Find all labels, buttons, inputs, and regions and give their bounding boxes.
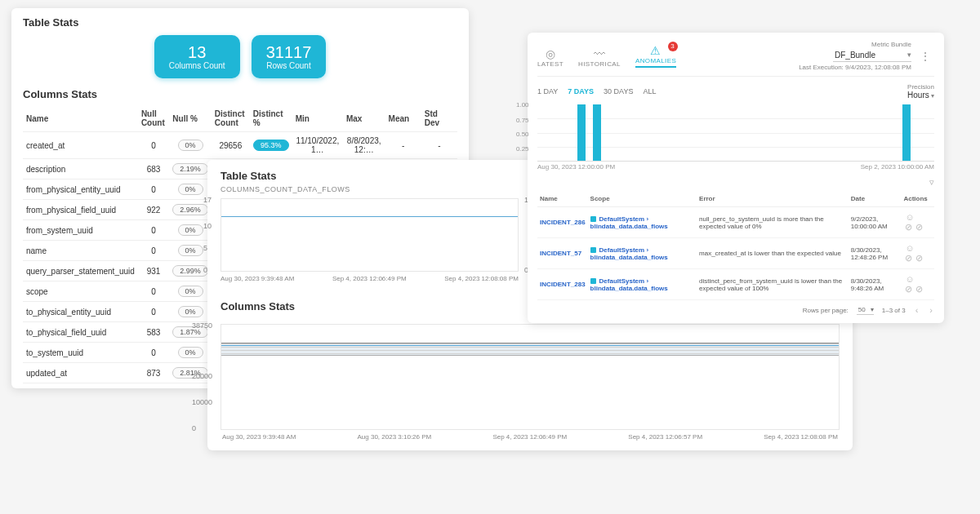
cell: updated_at (23, 363, 138, 383)
dismiss-icon[interactable]: ⊘ (903, 284, 914, 294)
ytick: 0 (192, 424, 196, 432)
dismiss-icon[interactable]: ⊘ (903, 253, 914, 263)
anomalies-icon: ⚠3 (635, 45, 676, 56)
incident-link[interactable]: INCIDENT_283 (540, 281, 586, 288)
date-text: 9/2/2023, 10:00:00 AM (849, 207, 902, 238)
col-header[interactable]: Null % (169, 105, 212, 132)
cell: 583 (138, 322, 169, 343)
col-header[interactable]: Std Dev (421, 105, 457, 132)
tab-label: HISTORICAL (578, 60, 621, 68)
col-header[interactable]: Name (537, 191, 588, 207)
ack-icon[interactable]: ☺ (903, 274, 915, 284)
xtick: Sep 4, 2023 12:08:08 PM (444, 275, 519, 282)
col-header[interactable]: Mean (385, 105, 421, 132)
scope-icon (590, 278, 596, 284)
rows-per-page-select[interactable]: 50 (857, 306, 874, 315)
ack-icon[interactable]: ☺ (903, 212, 915, 222)
col-header[interactable]: Actions (901, 191, 934, 207)
columns-stats-title: Columns Stats (23, 88, 457, 100)
block-icon[interactable]: ⊘ (914, 222, 924, 232)
percent-badge: 2.96% (172, 204, 208, 215)
precision-value: Hours (907, 91, 929, 100)
filter-icon[interactable]: ▿ (537, 177, 934, 188)
time-filter-30days[interactable]: 30 DAYS (604, 87, 633, 95)
prev-page-icon[interactable]: ‹ (914, 305, 920, 315)
precision-label: Precision (907, 83, 934, 91)
bar (593, 104, 601, 161)
metric-bundle-select[interactable]: DF_Bundle (833, 50, 911, 62)
incident-link[interactable]: INCIDENT_286 (540, 219, 586, 226)
cell: description (23, 159, 138, 179)
time-filter-all[interactable]: ALL (643, 87, 656, 95)
cell: to_physical_field_uuid (23, 322, 138, 343)
cell: 922 (138, 200, 169, 220)
ack-icon[interactable]: ☺ (903, 243, 915, 253)
scope-icon (590, 247, 596, 253)
cell: 2.19% (169, 159, 212, 179)
tab-label: LATEST (537, 60, 564, 68)
table-row[interactable]: INCIDENT_57DefaultSystem › blindata_data… (537, 238, 934, 269)
cell: 683 (138, 159, 169, 179)
ytick: 0.50 (516, 131, 529, 138)
tab-historical[interactable]: 〰HISTORICAL (578, 48, 621, 68)
block-icon[interactable]: ⊘ (914, 253, 924, 263)
precision-select[interactable]: Precision Hours ▾ (907, 83, 934, 100)
xtick: Sep 2, 2023 10:00:00 AM (861, 163, 934, 171)
ytick: 0.75 (516, 117, 529, 124)
percent-badge: 0% (178, 224, 203, 236)
ytick: 0 (203, 266, 207, 274)
ytick: 17 (203, 196, 212, 204)
col-header[interactable]: Distinct % (250, 105, 292, 132)
cell: 95.3% (250, 132, 292, 159)
cell: from_physical_entity_uuid (23, 179, 138, 200)
scope-icon (590, 216, 596, 222)
xtick: Aug 30, 2023 3:10:26 PM (357, 433, 431, 441)
xtick: Sep 4, 2023 12:06:49 PM (492, 433, 567, 441)
ytick: 5 (203, 244, 207, 252)
table-row[interactable]: INCIDENT_283DefaultSystem › blindata_dat… (537, 269, 934, 300)
time-filter-7days[interactable]: 7 DAYS (568, 87, 594, 95)
tab-anomalies[interactable]: ⚠3ANOMALIES (635, 45, 676, 68)
col-header[interactable]: Null Count (138, 105, 169, 132)
cell: to_system_uuid (23, 343, 138, 363)
tab-latest[interactable]: ◎LATEST (537, 48, 564, 68)
col-header[interactable]: Max (343, 105, 385, 132)
table-row[interactable]: INCIDENT_286DefaultSystem › blindata_dat… (537, 207, 934, 238)
col-header[interactable]: Date (849, 191, 902, 207)
rows-per-page-label: Rows per page: (803, 307, 849, 314)
series-line (221, 216, 518, 217)
ytick: 10000 (192, 398, 212, 406)
cell: from_physical_field_uuid (23, 200, 138, 220)
incident-link[interactable]: INCIDENT_57 (540, 250, 581, 257)
cell: 0 (138, 241, 169, 261)
cell: 0% (169, 281, 212, 302)
cell: 0 (138, 220, 169, 241)
col-header[interactable]: Distinct Count (212, 105, 250, 132)
col-header[interactable]: Error (697, 191, 849, 207)
scope-link[interactable]: DefaultSystem › blindata_data.data_flows (590, 246, 668, 261)
anomalies-panel: ◎LATEST〰HISTORICAL⚠3ANOMALIES Metric Bun… (528, 33, 944, 323)
mini-left-xlabels: Aug 30, 2023 9:39:48 AM Sep 4, 2023 12:0… (220, 275, 519, 282)
table-pager: Rows per page: 50 1–3 of 3 ‹ › (537, 305, 934, 315)
block-icon[interactable]: ⊘ (914, 284, 924, 294)
next-page-icon[interactable]: › (928, 305, 934, 315)
col-header[interactable]: Min (292, 105, 343, 132)
cell: 873 (138, 363, 169, 383)
cell: from_system_uuid (23, 220, 138, 241)
dismiss-icon[interactable]: ⊘ (903, 222, 914, 232)
time-filter-1day[interactable]: 1 DAY (537, 87, 558, 95)
col-header[interactable]: Name (23, 105, 138, 132)
table-row[interactable]: created_at00%2965695.3%11/10/2022, 1…8/8… (23, 132, 457, 159)
more-icon[interactable]: ⋮ (916, 50, 934, 63)
percent-badge: 0% (178, 347, 203, 358)
col-header[interactable]: Scope (588, 191, 697, 207)
view-tabs: ◎LATEST〰HISTORICAL⚠3ANOMALIES (537, 45, 676, 68)
cell: 0% (169, 302, 212, 322)
error-text: max_created_at is lower than the expecte… (697, 238, 849, 269)
rows-count-pill: 31117 Rows Count (252, 35, 327, 78)
cell: 0 (138, 132, 169, 159)
tab-label: ANOMALIES (635, 57, 676, 64)
scope-link[interactable]: DefaultSystem › blindata_data.data_flows (590, 215, 668, 230)
scope-link[interactable]: DefaultSystem › blindata_data.data_flows (590, 277, 668, 292)
cell: 931 (138, 261, 169, 281)
